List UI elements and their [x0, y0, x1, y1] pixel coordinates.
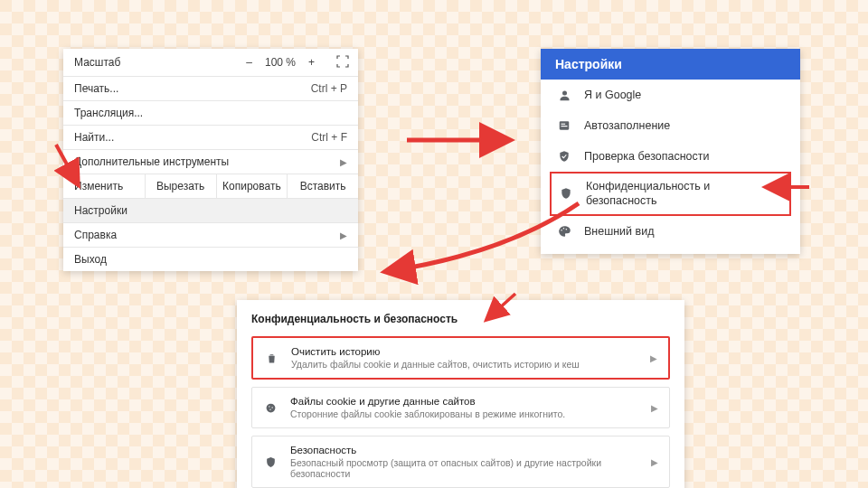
svg-rect-3 — [561, 126, 568, 127]
menu-cut[interactable]: Вырезать — [146, 174, 217, 198]
menu-more-tools[interactable]: Дополнительные инструменты ▶ — [63, 149, 358, 174]
card-body: Файлы cookie и другие данные сайтов Стор… — [290, 396, 638, 419]
svg-rect-2 — [561, 124, 566, 125]
menu-print[interactable]: Печать... Ctrl + P — [63, 76, 358, 100]
svg-point-4 — [561, 230, 562, 231]
menu-zoom-row: Масштаб – 100 % + — [63, 49, 358, 76]
trash-icon — [264, 351, 278, 365]
card-body: Безопасность Безопасный просмотр (защита… — [290, 445, 638, 479]
zoom-controls: – 100 % + — [246, 55, 349, 70]
chevron-right-icon: ▶ — [340, 230, 347, 240]
svg-point-5 — [563, 228, 565, 230]
menu-copy[interactable]: Копировать — [217, 174, 288, 198]
autofill-icon — [557, 118, 571, 133]
sidebar-item-autofill[interactable]: Автозаполнение — [541, 110, 800, 141]
svg-point-0 — [562, 90, 567, 95]
chevron-right-icon: ▶ — [650, 353, 657, 363]
chevron-right-icon: ▶ — [651, 403, 658, 413]
sidebar-item-account[interactable]: Я и Google — [541, 80, 800, 110]
fullscreen-icon[interactable] — [336, 55, 349, 70]
menu-paste[interactable]: Вставить — [288, 174, 358, 198]
person-icon — [557, 88, 571, 102]
chevron-right-icon: ▶ — [651, 457, 658, 467]
zoom-increment[interactable]: + — [308, 56, 315, 69]
privacy-heading: Конфиденциальность и безопасность — [251, 313, 670, 325]
menu-edit-row: Изменить Вырезать Копировать Вставить — [63, 174, 358, 198]
svg-point-10 — [269, 408, 270, 409]
menu-settings[interactable]: Настройки — [63, 198, 358, 222]
zoom-label: Масштаб — [72, 56, 246, 69]
svg-point-6 — [566, 228, 568, 230]
shield-check-icon — [557, 149, 571, 164]
zoom-decrement[interactable]: – — [246, 56, 252, 69]
svg-point-8 — [269, 406, 269, 407]
chevron-right-icon: ▶ — [340, 157, 347, 167]
palette-icon — [557, 224, 571, 239]
zoom-value: 100 % — [265, 56, 296, 69]
privacy-security[interactable]: Безопасность Безопасный просмотр (защита… — [251, 436, 670, 488]
privacy-clear-history[interactable]: Очистить историю Удалить файлы cookie и … — [251, 336, 670, 380]
sidebar-header: Настройки — [541, 49, 800, 80]
svg-point-7 — [266, 403, 275, 412]
menu-cast[interactable]: Трансляция... — [63, 100, 358, 125]
card-body: Очистить историю Удалить файлы cookie и … — [291, 346, 637, 370]
menu-edit-label: Изменить — [63, 174, 146, 198]
svg-point-9 — [271, 407, 272, 408]
sidebar-item-safety-check[interactable]: Проверка безопасности — [541, 141, 800, 172]
sidebar-item-appearance[interactable]: Внешний вид — [541, 216, 800, 247]
settings-sidebar: Настройки Я и Google Автозаполнение Пров… — [541, 49, 800, 254]
menu-exit[interactable]: Выход — [63, 247, 358, 271]
sidebar-item-privacy[interactable]: Конфиденциальность и безопасность — [550, 172, 791, 216]
privacy-cookies[interactable]: Файлы cookie и другие данные сайтов Стор… — [251, 387, 670, 428]
privacy-section: Конфиденциальность и безопасность Очисти… — [237, 300, 684, 488]
menu-help[interactable]: Справка ▶ — [63, 222, 358, 247]
shield-icon — [263, 455, 278, 469]
chrome-context-menu: Масштаб – 100 % + Печать... Ctrl + P Тра… — [63, 49, 358, 271]
shield-icon — [559, 186, 573, 201]
cookie-icon — [263, 400, 278, 415]
menu-find[interactable]: Найти... Ctrl + F — [63, 125, 358, 149]
